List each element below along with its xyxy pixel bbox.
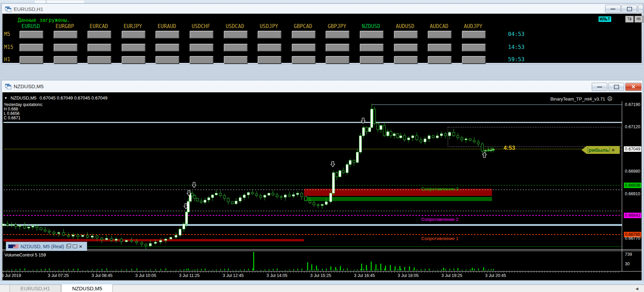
metric-button-USDCHF-M5[interactable] xyxy=(190,31,214,39)
metric-button-GBPJPY-M15[interactable] xyxy=(326,44,350,52)
metric-button-EURAUD-M5[interactable] xyxy=(155,31,179,39)
metric-button-USDCHF-H1[interactable] xyxy=(190,56,214,64)
metric-button-NZDUSD-H1[interactable] xyxy=(360,56,384,64)
chart-symbol-label: NZDUSD,M5 xyxy=(11,95,37,101)
pair-label-AUDUSD: AUDUSD xyxy=(388,23,422,29)
price-axis-label: 0.66936 xyxy=(624,183,641,188)
chart-window-icon xyxy=(5,6,11,12)
pair-label-EURUSD: EURUSD xyxy=(14,23,48,29)
indicator-name-label: BinaryTeam_TP_mt4_v3.71 ☹ xyxy=(550,96,613,102)
corner-mini-button[interactable]: Тф xyxy=(625,16,634,23)
yesterday-line: C 0.6671 xyxy=(4,116,43,120)
window1-title: EURUSD,H1 xyxy=(14,6,43,12)
metric-button-EURAUD-H1[interactable] xyxy=(155,56,179,64)
metric-button-EURGBP-M15[interactable] xyxy=(54,44,78,52)
window1-titlebar[interactable]: EURUSD,H1 xyxy=(2,4,643,14)
window2-close-button[interactable]: ✕ xyxy=(625,83,642,91)
resistance-label: Сопротивление 1 xyxy=(421,236,458,241)
metric-button-EURGBP-H1[interactable] xyxy=(54,56,78,64)
subchart-close-icon[interactable]: × xyxy=(79,244,82,248)
metric-button-AUDUSD-H1[interactable] xyxy=(394,56,418,64)
volume-indicator-label: VolumeControl 5 159 xyxy=(4,252,46,257)
metric-button-GBPJPY-M5[interactable] xyxy=(326,31,350,39)
metric-button-EURUSD-M15[interactable] xyxy=(19,44,43,52)
metric-button-USDCAD-M15[interactable] xyxy=(224,44,248,52)
pair-label-USDCAD: USDCAD xyxy=(218,23,252,29)
metric-button-GBPCAD-H1[interactable] xyxy=(292,56,316,64)
time-axis-label: 3 Jul 11:25 xyxy=(179,273,200,278)
pair-label-EURAUD: EURAUD xyxy=(150,23,184,29)
pair-label-NZDUSD: NZDUSD xyxy=(354,23,388,29)
metric-button-GBPCAD-M5[interactable] xyxy=(292,31,316,39)
metric-button-USDCHF-M15[interactable] xyxy=(190,44,214,52)
window2-minimize-button[interactable] xyxy=(592,83,607,91)
metric-button-USDJPY-M5[interactable] xyxy=(258,31,282,39)
profit-price-tag[interactable]: рибыль × xyxy=(581,146,620,154)
timer-H1: 59:53 xyxy=(508,56,524,63)
profit-tag-close-icon[interactable]: × xyxy=(612,147,615,153)
window2-titlebar[interactable]: NZDUSD,M5 xyxy=(2,80,643,92)
metric-button-EURGBP-M5[interactable] xyxy=(54,31,78,39)
metric-button-AUDCAD-M5[interactable] xyxy=(428,31,452,39)
subchart-restore-icon[interactable] xyxy=(66,244,71,248)
window1-restore-button[interactable] xyxy=(638,5,643,13)
corner-mini-button[interactable]: Нб xyxy=(634,16,643,23)
pair-label-EURJPY: EURJPY xyxy=(116,23,150,29)
row-label-H1: H1 xyxy=(4,56,10,63)
timer-M5: 04:53 xyxy=(508,31,524,37)
metric-button-GBPCAD-M15[interactable] xyxy=(292,44,316,52)
time-axis-ticks xyxy=(3,271,621,273)
pair-label-GBPJPY: GBPJPY xyxy=(320,23,354,29)
subchart-title: NZDUSD, M5 (Real) xyxy=(20,244,64,249)
pane-separator[interactable] xyxy=(2,251,642,251)
metric-button-EURCAD-H1[interactable] xyxy=(87,56,111,64)
metric-button-USDJPY-M15[interactable] xyxy=(258,44,282,52)
subchart-title-bar[interactable]: NZDUSD, M5 (Real) × xyxy=(6,242,87,251)
tab-scroll-left-icon[interactable]: ◀ xyxy=(635,287,638,291)
metric-button-AUDUSD-M15[interactable] xyxy=(394,44,418,52)
metric-button-EURJPY-M15[interactable] xyxy=(122,44,146,52)
sad-face-icon[interactable]: ☹ xyxy=(607,96,613,102)
price-axis-label: 0.67190 xyxy=(624,102,641,107)
time-axis-label: 3 Jul 15:25 xyxy=(310,273,331,278)
time-axis-label: 3 Jul 12:45 xyxy=(223,273,244,278)
metric-button-EURUSD-M5[interactable] xyxy=(19,31,43,39)
metric-button-NZDUSD-M5[interactable] xyxy=(360,31,384,39)
metric-button-AUDJPY-H1[interactable] xyxy=(462,56,486,64)
timer-M15: 14:53 xyxy=(508,44,524,50)
pair-label-EURCAD: EURCAD xyxy=(82,23,116,29)
profit-tag-label: рибыль xyxy=(588,147,610,153)
window1-maximize-button[interactable] xyxy=(621,5,637,13)
metric-button-EURCAD-M5[interactable] xyxy=(87,31,111,39)
indicator-name: BinaryTeam_TP_mt4_v3.71 xyxy=(550,96,605,102)
metric-button-USDCAD-H1[interactable] xyxy=(224,56,248,64)
time-axis-label: 3 Jul 14:05 xyxy=(266,273,287,278)
tab-NZDUSD,M5[interactable]: NZDUSD,M5 xyxy=(61,284,113,292)
metric-button-USDCAD-M5[interactable] xyxy=(224,31,248,39)
metric-button-EURJPY-M5[interactable] xyxy=(122,31,146,39)
metric-button-AUDJPY-M5[interactable] xyxy=(462,31,486,39)
time-axis-label: 3 Jul 18:05 xyxy=(398,273,419,278)
metric-button-EURAUD-M15[interactable] xyxy=(155,44,179,52)
corner-badge: ИЛЬТ xyxy=(599,16,611,22)
subchart-maximize-icon[interactable] xyxy=(73,244,77,248)
pair-label-USDJPY: USDJPY xyxy=(252,23,286,29)
metric-button-GBPJPY-H1[interactable] xyxy=(326,56,350,64)
pane-separator[interactable] xyxy=(2,249,642,250)
metric-button-AUDJPY-M15[interactable] xyxy=(462,44,486,52)
metric-button-USDJPY-H1[interactable] xyxy=(258,56,282,64)
window2-maximize-button[interactable] xyxy=(608,83,624,91)
metric-button-NZDUSD-M15[interactable] xyxy=(360,44,384,52)
resistance-label: Сопротивление 2 xyxy=(421,217,458,222)
collapse-arrow-icon[interactable]: ▼ xyxy=(4,96,8,100)
tab-EURUSD,H1[interactable]: EURUSD,H1 xyxy=(10,285,61,292)
window1-minimize-button[interactable] xyxy=(605,5,621,13)
metric-button-AUDUSD-M5[interactable] xyxy=(394,31,418,39)
metric-button-EURUSD-H1[interactable] xyxy=(19,56,43,64)
price-axis-label: 0.67049 xyxy=(624,146,641,152)
metric-button-AUDCAD-M15[interactable] xyxy=(428,44,452,52)
metric-button-EURJPY-H1[interactable] xyxy=(122,56,146,64)
metric-button-EURCAD-M15[interactable] xyxy=(87,44,111,52)
candle-countdown-timer: 4:53 xyxy=(504,145,515,151)
metric-button-AUDCAD-H1[interactable] xyxy=(428,56,452,64)
